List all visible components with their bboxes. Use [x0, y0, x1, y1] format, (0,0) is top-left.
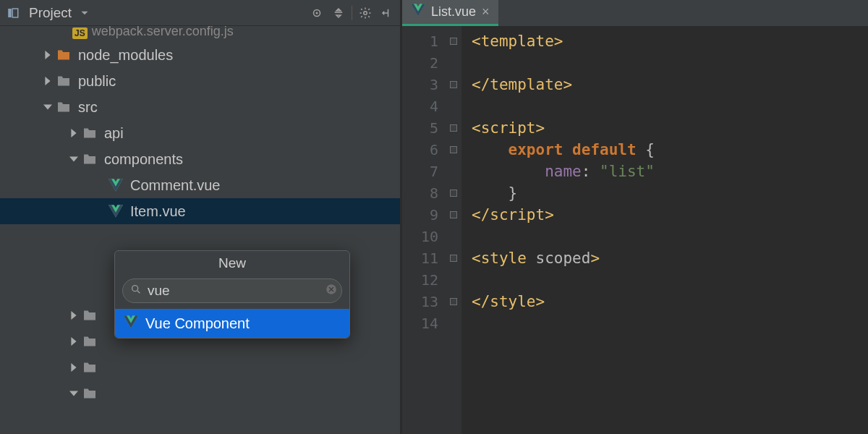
editor-tabs: List.vue × [402, 0, 868, 26]
folder-icon [81, 307, 98, 324]
project-view-icon[interactable] [4, 4, 22, 22]
tree-item-label: Item.vue [130, 203, 186, 220]
clear-icon[interactable] [325, 283, 338, 299]
code-line[interactable] [472, 52, 868, 74]
new-popup-title: New [115, 251, 349, 276]
project-panel: Project JS webpack.server.config.js node… [0, 0, 402, 434]
vue-icon [107, 203, 124, 220]
search-icon [130, 283, 142, 299]
fold-column [446, 26, 461, 434]
new-popup-search-input[interactable] [148, 283, 319, 299]
line-gutter: 1234567891011121314 [402, 26, 446, 434]
svg-point-5 [132, 286, 138, 292]
fold-handle[interactable] [450, 81, 457, 88]
chevron-right-icon[interactable] [67, 129, 81, 137]
collapse-all-icon[interactable] [330, 4, 347, 22]
tree-row-cut: JS webpack.server.config.js [0, 26, 400, 39]
editor-tab-label: List.vue [431, 4, 476, 20]
svg-rect-0 [8, 9, 12, 17]
code-line[interactable] [472, 312, 868, 334]
code-line[interactable]: export default { [472, 139, 868, 161]
tree-item-label: components [104, 151, 183, 168]
editor-panel: List.vue × 1234567891011121314 <template… [402, 0, 868, 434]
chevron-down-icon[interactable] [67, 155, 81, 163]
tree-item-label: Comment.vue [130, 177, 221, 194]
folder-icon [81, 150, 98, 168]
fold-handle[interactable] [450, 298, 457, 305]
fold-handle[interactable] [450, 146, 457, 153]
project-panel-header: Project [0, 0, 400, 26]
tree-row[interactable]: public [0, 68, 400, 94]
tree-item-label: webpack.server.config.js [92, 26, 234, 39]
tree-row[interactable]: Item.vue [0, 198, 400, 224]
new-popup-search[interactable] [122, 278, 342, 303]
tree-row[interactable] [0, 380, 400, 407]
code-line[interactable]: } [472, 182, 868, 204]
tree-item-label: node_modules [78, 47, 173, 64]
svg-line-6 [137, 291, 140, 293]
tree-item-label: public [78, 73, 116, 90]
code-line[interactable]: <template> [472, 30, 868, 52]
fold-handle[interactable] [450, 255, 457, 262]
folder-icon [81, 359, 98, 376]
code-line[interactable] [472, 226, 868, 247]
folder-icon [55, 46, 72, 64]
project-tree[interactable]: node_modulespublicsrcapicomponentsCommen… [0, 39, 400, 434]
close-icon[interactable]: × [482, 4, 490, 20]
new-popup-item-vue-component[interactable]: Vue Component [115, 309, 349, 338]
chevron-down-icon[interactable] [41, 103, 55, 111]
folder-icon [81, 385, 98, 402]
fold-handle[interactable] [450, 124, 457, 132]
vue-icon [107, 176, 124, 194]
folder-icon [81, 333, 98, 350]
code-line[interactable]: </style> [472, 291, 868, 312]
chevron-right-icon[interactable] [67, 337, 81, 346]
tree-row[interactable]: api [0, 120, 400, 146]
gear-icon[interactable] [357, 4, 374, 22]
locate-icon[interactable] [308, 4, 326, 22]
tree-row[interactable] [0, 354, 400, 380]
tree-item-label: src [78, 99, 98, 116]
code-editor[interactable]: 1234567891011121314 <template> </templat… [402, 26, 868, 434]
svg-point-3 [316, 12, 318, 14]
svg-rect-1 [12, 9, 18, 17]
svg-point-4 [364, 11, 367, 14]
chevron-right-icon[interactable] [41, 77, 55, 85]
chevron-right-icon[interactable] [67, 363, 81, 372]
new-file-popup: New Vue Component [114, 250, 350, 339]
folder-icon [55, 72, 72, 90]
project-panel-title: Project [29, 5, 72, 21]
folder-icon [81, 124, 98, 142]
code-line[interactable] [472, 95, 868, 117]
editor-tab-list-vue[interactable]: List.vue × [402, 0, 498, 26]
fold-handle[interactable] [450, 38, 457, 45]
new-popup-item-label: Vue Component [145, 315, 250, 332]
tree-row[interactable]: src [0, 94, 400, 120]
fold-handle[interactable] [450, 190, 457, 197]
chevron-down-icon[interactable] [67, 389, 81, 398]
js-file-icon: JS [72, 27, 88, 39]
project-dropdown-icon[interactable] [76, 4, 93, 22]
fold-handle[interactable] [450, 211, 457, 218]
code-line[interactable]: </template> [472, 74, 868, 95]
tree-row[interactable]: components [0, 146, 400, 172]
code-text[interactable]: <template> </template> <script> export d… [461, 26, 868, 434]
tree-row[interactable]: Comment.vue [0, 172, 400, 198]
tree-item-label: api [104, 125, 124, 142]
tree-row[interactable] [0, 224, 400, 250]
code-line[interactable] [472, 269, 868, 291]
vue-icon [124, 315, 138, 332]
code-line[interactable]: name: "list" [472, 161, 868, 182]
hide-panel-icon[interactable] [378, 4, 396, 22]
tree-row[interactable]: node_modules [0, 42, 400, 68]
code-line[interactable]: <script> [472, 117, 868, 139]
folder-icon [55, 98, 72, 116]
vue-icon [411, 4, 425, 20]
code-line[interactable]: </script> [472, 204, 868, 226]
code-line[interactable]: <style scoped> [472, 247, 868, 269]
chevron-right-icon[interactable] [67, 311, 81, 320]
chevron-right-icon[interactable] [41, 51, 55, 59]
